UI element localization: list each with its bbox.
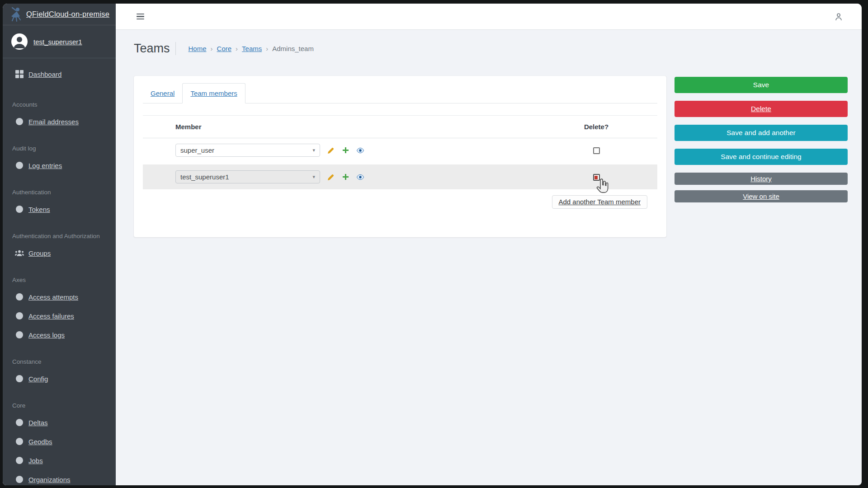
model-circle-icon	[15, 374, 24, 383]
qfield-logo-icon	[9, 7, 23, 22]
model-circle-icon	[15, 330, 24, 339]
model-circle-icon	[15, 418, 24, 427]
team-form-card: General Team members Member Delete?	[134, 76, 666, 237]
sidebar-section-audit-log: Audit log	[3, 145, 116, 152]
breadcrumb-home[interactable]: Home	[189, 45, 207, 52]
select-caret-icon: ▾	[312, 147, 315, 153]
member-select-value: test_superuser1	[180, 173, 229, 181]
model-circle-icon	[15, 117, 24, 126]
member-select[interactable]: test_superuser1 ▾	[175, 170, 320, 183]
sidebar-user-link[interactable]: test_superuser1	[33, 38, 82, 46]
action-buttons: Save Delete Save and add another Save an…	[675, 77, 848, 208]
header-divider	[175, 42, 176, 55]
member-select-value: super_user	[180, 146, 214, 154]
view-on-site-button[interactable]: View on site	[675, 190, 848, 202]
model-circle-icon	[15, 292, 24, 301]
history-button[interactable]: History	[675, 173, 848, 185]
content-header: Teams Home › Core › Teams › Admins_team	[134, 42, 314, 56]
sidebar-item-email-addresses[interactable]: Email addresses	[3, 112, 116, 131]
model-circle-icon	[15, 437, 24, 446]
view-eye-icon[interactable]	[357, 147, 364, 154]
add-plus-icon[interactable]	[342, 147, 349, 154]
groups-users-icon	[15, 249, 24, 258]
brand-link[interactable]: QFieldCloud-on-premise	[26, 10, 109, 19]
brand-bar: QFieldCloud-on-premise	[3, 4, 116, 25]
breadcrumb-separator: ›	[236, 45, 238, 52]
breadcrumb: Home › Core › Teams › Admins_team	[189, 45, 314, 52]
model-circle-icon	[15, 161, 24, 170]
top-navbar	[116, 4, 862, 30]
tab-general[interactable]: General	[143, 83, 182, 103]
tab-team-members[interactable]: Team members	[182, 83, 245, 103]
delete-checkbox[interactable]	[593, 174, 600, 181]
breadcrumb-current: Admins_team	[272, 45, 314, 52]
add-plus-icon[interactable]	[342, 174, 349, 181]
sidebar-section-authentication: Authentication	[3, 188, 116, 196]
sidebar-item-organizations[interactable]: Organizations	[3, 470, 116, 485]
sidebar-item-access-logs[interactable]: Access logs	[3, 325, 116, 344]
sidebar-item-deltas[interactable]: Deltas	[3, 413, 116, 432]
form-tabs: General Team members	[143, 83, 657, 103]
select-caret-icon: ▾	[312, 174, 315, 180]
checkbox-active-mark	[594, 176, 598, 179]
save-and-add-another-button[interactable]: Save and add another	[675, 125, 848, 141]
sidebar-item-access-failures[interactable]: Access failures	[3, 306, 116, 325]
user-avatar-icon	[11, 33, 28, 50]
delete-button[interactable]: Delete	[675, 101, 848, 117]
edit-pencil-icon[interactable]	[327, 147, 335, 154]
sidebar-item-access-attempts[interactable]: Access attempts	[3, 287, 116, 306]
breadcrumb-separator: ›	[211, 45, 213, 52]
table-row: super_user ▾	[143, 138, 657, 164]
sidebar-item-config[interactable]: Config	[3, 369, 116, 388]
sidebar-item-jobs[interactable]: Jobs	[3, 451, 116, 470]
sidebar-section-constance: Constance	[3, 358, 116, 365]
breadcrumb-core[interactable]: Core	[217, 45, 232, 52]
sidebar: QFieldCloud-on-premise test_superuser1	[3, 4, 116, 485]
page-title: Teams	[134, 42, 170, 56]
sidebar-item-tokens[interactable]: Tokens	[3, 200, 116, 219]
column-spacer	[143, 116, 175, 138]
add-team-member-button[interactable]: Add another Team member	[552, 195, 648, 209]
view-eye-icon[interactable]	[357, 174, 364, 181]
sidebar-section-axes: Axes	[3, 276, 116, 283]
menu-icon[interactable]	[137, 14, 144, 19]
app-window: QFieldCloud-on-premise test_superuser1	[3, 4, 862, 485]
dashboard-grid-icon	[15, 70, 24, 79]
column-header-delete: Delete?	[535, 116, 657, 138]
breadcrumb-separator: ›	[266, 45, 268, 52]
delete-checkbox[interactable]	[593, 147, 600, 154]
sidebar-item-dashboard[interactable]: Dashboard	[3, 65, 116, 84]
breadcrumb-teams[interactable]: Teams	[242, 45, 262, 52]
sidebar-item-geodbs[interactable]: Geodbs	[3, 432, 116, 451]
main-content: Teams Home › Core › Teams › Admins_team …	[116, 30, 862, 485]
sidebar-section-auth-and-authz: Authentication and Authorization	[3, 232, 116, 239]
add-row: Add another Team member	[143, 189, 657, 209]
user-panel: test_superuser1	[3, 25, 116, 58]
sidebar-nav: Dashboard Accounts Email addresses Audit…	[3, 58, 116, 485]
save-and-continue-button[interactable]: Save and continue editing	[675, 149, 848, 165]
model-circle-icon	[15, 456, 24, 465]
save-button[interactable]: Save	[675, 77, 848, 93]
edit-pencil-icon[interactable]	[327, 174, 335, 181]
sidebar-section-accounts: Accounts	[3, 101, 116, 108]
column-header-member: Member	[175, 116, 535, 138]
model-circle-icon	[15, 205, 24, 214]
member-select[interactable]: super_user ▾	[175, 144, 320, 157]
sidebar-item-log-entries[interactable]: Log entries	[3, 156, 116, 175]
table-row: test_superuser1 ▾	[143, 164, 657, 189]
team-members-table: Member Delete? super_user ▾	[143, 116, 657, 189]
user-menu-icon[interactable]	[834, 12, 844, 22]
model-circle-icon	[15, 475, 24, 484]
sidebar-section-core: Core	[3, 402, 116, 409]
sidebar-item-groups[interactable]: Groups	[3, 244, 116, 263]
model-circle-icon	[15, 311, 24, 320]
